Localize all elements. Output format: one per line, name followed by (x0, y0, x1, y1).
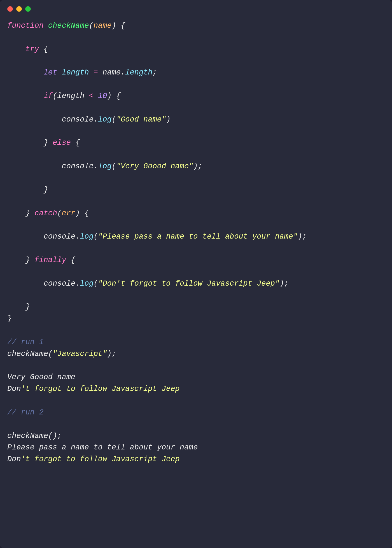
comment-line: // run 1 (7, 338, 44, 346)
code-line: console.log("Please pass a name to tell … (7, 232, 307, 241)
code-line: console.log("Good name") (7, 115, 171, 124)
code-line: let length = name.length; (7, 68, 157, 77)
code-line: } else { (7, 139, 80, 147)
code-line: console.log("Don't forgot to follow Java… (7, 279, 289, 288)
output-line: Please pass a name to tell about your na… (7, 443, 198, 452)
output-line: Don't forgot to follow Javascript Jeep (7, 385, 180, 393)
code-line: function checkName(name) { (7, 22, 125, 30)
code-line: if(length < 10) { (7, 92, 121, 100)
code-line: } (7, 186, 48, 194)
code-line: checkName("Javascript"); (7, 350, 116, 358)
window-titlebar (0, 0, 392, 15)
minimize-icon[interactable] (16, 6, 22, 12)
close-icon[interactable] (7, 6, 13, 12)
code-line: } (7, 314, 12, 323)
code-line: } (7, 303, 30, 311)
code-line: try { (7, 45, 48, 53)
code-window: function checkName(name) { try { let len… (0, 0, 392, 548)
output-line: Very Goood name (7, 373, 75, 381)
code-line: console.log("Very Goood name"); (7, 162, 202, 171)
code-line: checkName(); (7, 432, 62, 440)
maximize-icon[interactable] (25, 6, 31, 12)
output-line: Don't forgot to follow Javascript Jeep (7, 455, 180, 463)
code-line: } catch(err) { (7, 209, 89, 218)
comment-line: // run 2 (7, 408, 44, 417)
code-line: } finally { (7, 256, 75, 264)
code-block: function checkName(name) { try { let len… (0, 15, 392, 473)
